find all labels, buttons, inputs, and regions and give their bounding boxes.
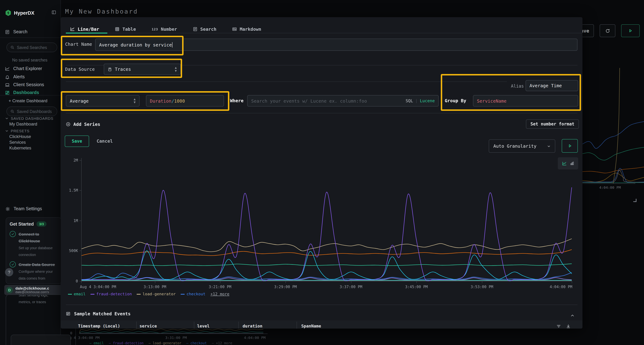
filter-icon[interactable] [556, 323, 561, 329]
sidebar-collapse-icon[interactable] [52, 9, 56, 16]
sidebar-item-chart-explorer[interactable]: Chart Explorer [5, 65, 42, 72]
group-by-value: ServiceName [477, 98, 506, 103]
tab-line-bar[interactable]: Line/Bar [70, 26, 99, 32]
help-label: ? [8, 270, 10, 275]
aggregation-select[interactable]: Average ▲▼ [66, 95, 140, 106]
sidebar-item-kubernetes[interactable]: Kubernetes [9, 145, 31, 150]
lucene-mode-toggle[interactable]: Lucene [420, 98, 435, 103]
data-source-label: Data Source [65, 66, 95, 72]
panel-resize-handle[interactable] [633, 199, 636, 202]
line-chart-icon[interactable] [562, 161, 566, 166]
saved-searches-input[interactable]: Saved Searches [6, 42, 57, 52]
mode-divider: | [415, 98, 418, 103]
sidebar-item-search[interactable]: Search [5, 28, 27, 35]
get-started-item[interactable]: Create Data Source Configure where your … [10, 261, 58, 281]
sidebar-item-services[interactable]: Services [9, 140, 26, 145]
where-search-input[interactable]: Search your events w/ Lucene ex. column:… [247, 95, 439, 106]
create-dashboard-button[interactable]: + Create Dashboard [8, 98, 48, 103]
legend-swatch [181, 294, 184, 295]
save-button[interactable]: Save [65, 135, 89, 147]
tab-markdown[interactable]: Markdown [232, 26, 261, 32]
collapse-section-icon[interactable] [570, 313, 574, 319]
database-icon [108, 67, 112, 71]
y-axis-line [81, 158, 82, 281]
cancel-button[interactable]: Cancel [96, 138, 113, 144]
sidebar-item-team-settings[interactable]: Team Settings [5, 206, 42, 212]
saved-dashboards-section[interactable]: SAVED DASHBOARDS [5, 116, 54, 120]
help-button[interactable]: ? [5, 268, 13, 276]
legend-item-checkout[interactable]: checkout [181, 292, 205, 296]
user-email-sub: dale@clickhouse.com's [16, 290, 49, 294]
chart-name-input[interactable]: Average duration by service [95, 39, 578, 51]
sidebar-divider [0, 95, 61, 95]
sidebar-item-client-sessions[interactable]: Client Sessions [5, 81, 44, 88]
y-tick-label: 1.5M [64, 188, 78, 192]
sidebar-item-label: Dashboards [13, 90, 39, 95]
set-number-format-button[interactable]: Set number format [526, 119, 579, 129]
add-series-button[interactable]: Add Series [66, 122, 100, 127]
tablegrid-icon [115, 27, 120, 31]
legend-item-fraud-detection[interactable]: fraud-detection [90, 292, 132, 296]
where-label: Where [230, 98, 244, 103]
tab-table[interactable]: Table [115, 26, 136, 32]
column-header-timestamp-local-[interactable]: Timestamp (Local) [78, 324, 120, 329]
granularity-select[interactable]: Auto Granularity [489, 139, 555, 153]
y-tick-label: 0 [64, 279, 78, 283]
search-icon [10, 45, 14, 49]
task-title: Create Data Source [18, 262, 55, 267]
x-tick-label: 3:45:00 PM [405, 285, 428, 289]
column-header-service[interactable]: service [140, 324, 157, 329]
tab-search[interactable]: Search [193, 26, 216, 32]
onetwothree-icon: 123 [152, 27, 158, 31]
column-header-level[interactable]: level [197, 324, 210, 329]
saved-searches-placeholder: Saved Searches [17, 45, 47, 49]
legend-label: load-generator [142, 292, 176, 296]
data-source-value: Traces [115, 66, 131, 72]
sql-mode-toggle[interactable]: SQL [406, 98, 413, 103]
x-tick-label: 4:04:00 PM [550, 285, 572, 289]
sidebar-item-label: Search [13, 29, 27, 34]
legend-item-email[interactable]: email [68, 292, 86, 296]
column-header-duration[interactable]: duration [242, 324, 262, 329]
sidebar-item-my-dashboard[interactable]: My Dashboard [9, 122, 37, 127]
avatar: D [6, 287, 13, 293]
presets-section[interactable]: PRESETS [5, 129, 30, 133]
markdown-icon [232, 27, 237, 31]
group-by-input[interactable]: ServiceName [473, 95, 578, 106]
get-started-item[interactable]: Connect to ClickHouse Set up your databa… [10, 230, 58, 257]
sidebar-item-alerts[interactable]: Alerts [5, 74, 25, 80]
divider [66, 113, 578, 113]
hyperdx-logo-icon [5, 10, 11, 16]
y-tick-label: 500K [64, 249, 78, 253]
bar-chart-icon[interactable] [570, 161, 574, 166]
tab-label: Table [122, 26, 136, 32]
get-started-badge: 3/3 [37, 221, 46, 227]
alias-input[interactable]: Average Time [526, 80, 578, 91]
data-source-select[interactable]: Traces ▲▼ [104, 64, 181, 75]
saved-dashboards-input[interactable]: Saved Dashboards [6, 106, 57, 116]
download-icon[interactable] [566, 323, 571, 329]
text-caret [172, 42, 172, 47]
tab-number[interactable]: 123Number [152, 26, 177, 32]
run-query-button[interactable] [621, 24, 640, 37]
x-tick-label: 3:37:00 PM [340, 285, 362, 289]
app-logo[interactable]: HyperDX [5, 10, 34, 16]
field-expression-input[interactable]: Duration/1000 [146, 95, 224, 106]
legend-swatch [137, 294, 141, 295]
sidebar-item-clickhouse[interactable]: ClickHouse [9, 134, 31, 139]
legend-more-link[interactable]: +12 more [210, 292, 229, 296]
sidebar-item-dashboards[interactable]: Dashboards [5, 89, 39, 96]
refresh-button[interactable] [600, 24, 616, 37]
sample-events-header[interactable]: Sample Matched Events [66, 311, 130, 317]
check-circle-icon [10, 231, 16, 237]
legend-item-load-generator[interactable]: load-generator [137, 292, 176, 296]
play-icon [628, 28, 632, 33]
column-header-spanname[interactable]: SpanName [301, 324, 321, 329]
divider [66, 81, 507, 82]
run-chart-button[interactable] [562, 139, 578, 153]
page-title: My New Dashboard [65, 8, 138, 15]
aggregation-value: Average [70, 98, 88, 103]
chart-type-tabs: Line/BarTable123NumberSearchMarkdown [70, 26, 261, 32]
bg-legend-label: — +12 more [212, 341, 232, 345]
sidebar-item-label: Chart Explorer [13, 66, 42, 71]
